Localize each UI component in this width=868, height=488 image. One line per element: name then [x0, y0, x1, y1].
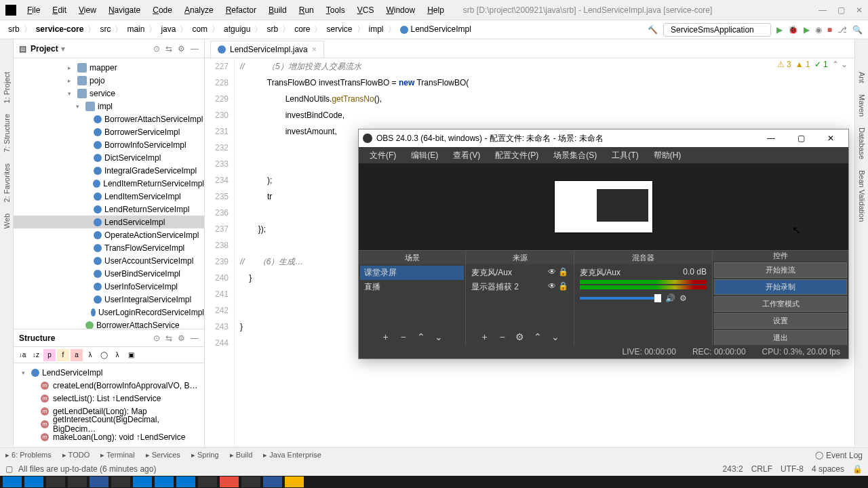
gear-icon[interactable]: ⚙	[513, 330, 527, 344]
taskbar-app-icon[interactable]	[111, 476, 130, 487]
run-icon[interactable]: ▶	[776, 25, 783, 35]
run-config-selector[interactable]: ServiceSmsApplication	[663, 23, 771, 37]
tree-item[interactable]: OperateActionServiceImpl	[14, 228, 204, 241]
structure-method[interactable]: mselectList(): List ↑LendService	[14, 392, 204, 405]
up-icon[interactable]: ⌃	[414, 330, 428, 344]
obs-control-button[interactable]: 工作室模式	[714, 296, 847, 312]
breadcrumb-item[interactable]: srb	[264, 24, 281, 34]
close-icon[interactable]: ✕	[817, 131, 844, 146]
tree-item[interactable]: ▾impl	[14, 100, 204, 113]
down-icon[interactable]: ⌄	[549, 330, 562, 344]
start-icon[interactable]	[3, 476, 22, 487]
menu-navigate[interactable]: Navigate	[103, 3, 146, 18]
tree-item[interactable]: ▸pojo	[14, 74, 204, 87]
tree-item[interactable]: ▾service	[14, 87, 204, 100]
menu-build[interactable]: Build	[263, 3, 292, 18]
taskbar-app-icon[interactable]	[155, 476, 174, 487]
tree-item[interactable]: BorrowerAttachServiceImpl	[14, 113, 204, 125]
breadcrumb-item[interactable]: java	[158, 24, 178, 34]
tree-item[interactable]: UserIntegralServiceImpl	[14, 293, 204, 306]
breadcrumb-item[interactable]: service	[323, 24, 355, 34]
show-inherited-icon[interactable]: ◯	[98, 349, 110, 361]
breadcrumb-item[interactable]: core	[292, 24, 313, 34]
stop-icon[interactable]: ■	[827, 25, 832, 35]
tree-item[interactable]: LendItemReturnServiceImpl	[14, 177, 204, 190]
obs-menu-item[interactable]: 工具(T)	[605, 148, 645, 163]
scene-item[interactable]: 直播	[360, 280, 464, 294]
sort-vis-icon[interactable]: ↓z	[30, 349, 42, 361]
bottom-tab[interactable]: ▸ Spring	[191, 451, 219, 460]
tool-window-tab[interactable]: Web	[1, 208, 12, 234]
locate-icon[interactable]: ⊙	[153, 44, 160, 54]
taskbar-app-icon[interactable]	[285, 476, 304, 487]
source-item[interactable]: 显示器捕获 2👁 🔒	[467, 280, 572, 294]
obs-control-button[interactable]: 开始推流	[714, 262, 847, 278]
search-icon[interactable]: 🔍	[852, 25, 863, 35]
up-icon[interactable]: ⌃	[531, 330, 545, 344]
menu-run[interactable]: Run	[294, 3, 319, 18]
remove-icon[interactable]: −	[397, 330, 410, 344]
taskbar-app-icon[interactable]	[241, 476, 260, 487]
status-item[interactable]: CRLF	[751, 464, 772, 474]
tree-item[interactable]: BorrowInfoServiceImpl	[14, 138, 204, 151]
taskbar-app-icon[interactable]	[24, 476, 43, 487]
editor-inspection-badges[interactable]: ⚠ 3 ▲ 1 ✓ 1 ⌃ ⌄	[777, 60, 848, 69]
structure-tree[interactable]: ▾LendServiceImplmcreateLend(BorrowInfoAp…	[14, 363, 204, 446]
source-item[interactable]: 麦克风/Aux👁 🔒	[467, 266, 572, 280]
bottom-tab[interactable]: ▸ TODO	[62, 451, 90, 460]
tree-item[interactable]: DictServiceImpl	[14, 151, 204, 164]
tool-window-tab[interactable]: 1: Project	[1, 66, 12, 108]
bottom-tab[interactable]: ▸ Terminal	[100, 451, 134, 460]
obs-control-button[interactable]: 开始录制	[714, 279, 847, 295]
scene-item[interactable]: 课堂录屏	[360, 266, 464, 280]
tree-item[interactable]: UserAccountServiceImpl	[14, 254, 204, 267]
minimize-icon[interactable]: —	[757, 131, 785, 146]
breadcrumb-item[interactable]: srb	[5, 24, 22, 34]
menu-help[interactable]: Help	[422, 3, 450, 18]
git-icon[interactable]: ⎇	[837, 25, 847, 35]
editor-tab[interactable]: LendServiceImpl.java ×	[210, 41, 324, 58]
locate-icon[interactable]: ⊙	[153, 333, 160, 343]
tree-item[interactable]: UserInfoServiceImpl	[14, 280, 204, 293]
filter-a-icon[interactable]: a	[71, 349, 83, 361]
tree-item[interactable]: LendServiceImpl	[14, 216, 204, 228]
chevron-down-icon[interactable]: ▾	[61, 44, 65, 54]
menu-view[interactable]: View	[73, 3, 102, 18]
obs-menu-item[interactable]: 文件(F)	[363, 148, 403, 163]
obs-control-button[interactable]: 退出	[714, 330, 847, 346]
structure-method[interactable]: mmakeLoan(Long): void ↑LendService	[14, 430, 204, 443]
hide-icon[interactable]: —	[191, 44, 199, 54]
breadcrumb-item[interactable]: atguigu	[221, 24, 253, 34]
bottom-tab[interactable]: ▸ Java Enterprise	[263, 451, 321, 460]
breadcrumb-item[interactable]: com	[189, 24, 210, 34]
add-icon[interactable]: +	[379, 330, 393, 344]
down-icon[interactable]: ⌄	[432, 330, 446, 344]
tree-item[interactable]: BorrowerServiceImpl	[14, 125, 204, 138]
settings-icon[interactable]: ⚙	[178, 44, 185, 54]
structure-method[interactable]: mcreateLend(BorrowInfoApprovalVO, B…	[14, 379, 204, 392]
tool-window-tab[interactable]: Bean Validation	[856, 165, 867, 227]
menu-file[interactable]: File	[22, 3, 45, 18]
tree-item[interactable]: BorrowerAttachService	[14, 319, 204, 329]
obs-menu-item[interactable]: 查看(V)	[446, 148, 487, 163]
status-item[interactable]: UTF-8	[781, 464, 804, 474]
maximize-icon[interactable]: ▢	[837, 5, 845, 15]
autoscroll-icon[interactable]: ▣	[125, 349, 137, 361]
profile-icon[interactable]: ◉	[815, 25, 822, 35]
minimize-icon[interactable]: —	[818, 5, 827, 15]
windows-taskbar[interactable]	[0, 476, 868, 488]
tool-window-tab[interactable]: 2: Favorites	[1, 158, 12, 207]
sort-alpha-icon[interactable]: ↓a	[16, 349, 28, 361]
obs-menu-item[interactable]: 帮助(H)	[647, 148, 688, 163]
breadcrumb-item[interactable]: LendServiceImpl	[397, 24, 474, 34]
taskbar-app-icon[interactable]	[90, 476, 108, 487]
coverage-icon[interactable]: ▶	[804, 25, 810, 35]
breadcrumb-item[interactable]: main	[124, 24, 147, 34]
gear-icon[interactable]: ⚙	[679, 293, 687, 303]
tree-item[interactable]: UserBindServiceImpl	[14, 267, 204, 280]
filter-p-icon[interactable]: p	[43, 349, 56, 361]
show-anon-icon[interactable]: λ	[111, 349, 123, 361]
menu-analyze[interactable]: Analyze	[179, 3, 219, 18]
obs-menu-item[interactable]: 编辑(E)	[404, 148, 445, 163]
tool-window-tab[interactable]: Database	[856, 122, 867, 165]
